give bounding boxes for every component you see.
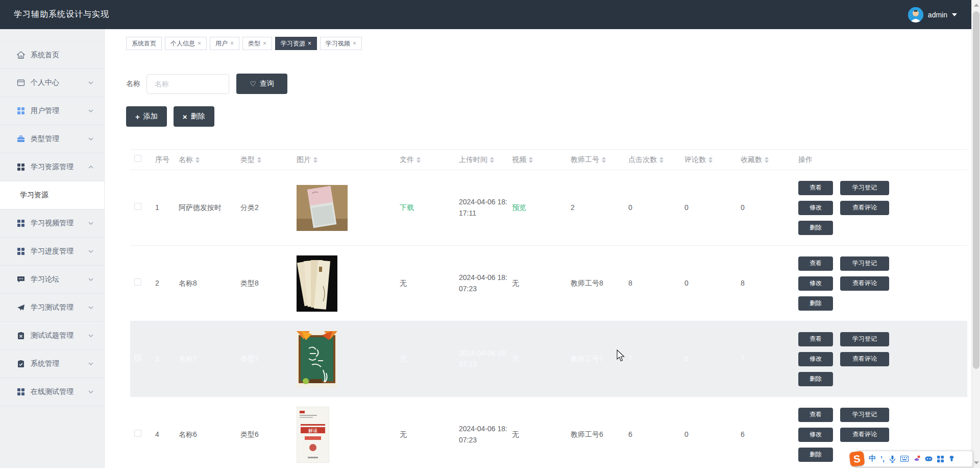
tab-learning-video[interactable]: 学习视频 ×	[320, 37, 362, 50]
sidebar-item-learning-resource-management[interactable]: 学习资源管理	[0, 153, 104, 181]
punctuation-icon[interactable]: ’,	[880, 455, 885, 463]
search-bar: 名称 ♡ 查询	[126, 74, 971, 94]
close-icon[interactable]: ×	[263, 40, 266, 47]
view-button[interactable]: 查看	[798, 408, 833, 422]
sidebar-item-personal-center[interactable]: 个人中心	[0, 69, 104, 97]
view-comments-button[interactable]: 查看评论	[840, 352, 889, 366]
header-name[interactable]: 名称	[179, 154, 240, 166]
study-register-button[interactable]: 学习登记	[840, 332, 889, 346]
tab-user[interactable]: 用户 ×	[210, 37, 239, 50]
sidebar-item-learning-forum[interactable]: 学习论坛	[0, 266, 104, 294]
user-menu[interactable]: admin	[908, 0, 957, 29]
sidebar-subitem-learning-resource[interactable]: 学习资源	[0, 181, 104, 209]
header-id[interactable]: 序号	[155, 154, 179, 166]
tab-personal-info[interactable]: 个人信息 ×	[165, 37, 207, 50]
sort-icon[interactable]	[708, 157, 713, 163]
delete-row-button[interactable]: 删除	[798, 296, 833, 311]
header-image[interactable]: 图片	[297, 154, 400, 166]
skin-icon[interactable]	[913, 455, 920, 462]
view-button[interactable]: 查看	[798, 256, 833, 271]
edit-button[interactable]: 修改	[798, 276, 833, 291]
delete-button[interactable]: × 删除	[174, 106, 214, 127]
resource-image-chalkboard[interactable]	[297, 331, 337, 387]
row-checkbox[interactable]	[134, 278, 141, 286]
delete-button-label: 删除	[191, 112, 205, 121]
sidebar-item-test-question-management[interactable]: 测试试题管理	[0, 322, 104, 350]
scrollbar-thumb[interactable]	[973, 11, 979, 369]
chinese-mode-icon[interactable]: 中	[869, 454, 876, 463]
study-register-button[interactable]: 学习登记	[840, 181, 889, 195]
sidebar-item-user-management[interactable]: 用户管理	[0, 97, 104, 125]
sort-icon[interactable]	[257, 157, 261, 163]
header-favorites[interactable]: 收藏数	[741, 154, 798, 166]
delete-row-button[interactable]: 删除	[798, 372, 833, 386]
sidebar-item-type-management[interactable]: 类型管理	[0, 125, 104, 153]
sidebar-item-system-management[interactable]: 系统管理	[0, 350, 104, 378]
toolbox-grid-icon[interactable]	[937, 456, 944, 462]
header-upload-time[interactable]: 上传时间	[459, 154, 512, 166]
header-clicks[interactable]: 点击次数	[628, 154, 684, 166]
add-button[interactable]: + 添加	[126, 106, 167, 127]
sort-icon[interactable]	[313, 157, 317, 163]
chevron-down-icon	[88, 333, 93, 338]
cell-upload-time: 2024-04-06 18:07:23	[459, 424, 512, 446]
header-type[interactable]: 类型	[240, 154, 297, 166]
sort-icon[interactable]	[490, 157, 494, 163]
header-file[interactable]: 文件	[400, 154, 459, 166]
close-icon[interactable]: ×	[198, 40, 201, 47]
edit-button[interactable]: 修改	[798, 201, 833, 215]
scroll-up-arrow-icon[interactable]	[974, 4, 979, 7]
header-comments[interactable]: 评论数	[684, 154, 741, 166]
view-comments-button[interactable]: 查看评论	[840, 428, 889, 442]
edit-button[interactable]: 修改	[798, 428, 833, 442]
view-comments-button[interactable]: 查看评论	[840, 276, 889, 291]
vertical-scrollbar[interactable]	[971, 0, 980, 468]
view-button[interactable]: 查看	[798, 332, 833, 346]
sogou-logo-icon[interactable]: S	[849, 451, 865, 467]
row-checkbox[interactable]	[134, 354, 141, 361]
sort-icon[interactable]	[659, 157, 664, 163]
row-checkbox[interactable]	[134, 203, 141, 210]
header-teacher-id[interactable]: 教师工号	[571, 154, 628, 166]
microphone-icon[interactable]	[889, 455, 896, 463]
edit-button[interactable]: 修改	[798, 352, 833, 366]
sort-icon[interactable]	[195, 157, 200, 163]
resource-image-books-fan[interactable]	[297, 255, 337, 312]
sort-icon[interactable]	[765, 157, 769, 163]
download-link[interactable]: 下载	[400, 203, 414, 212]
resource-image-textbook[interactable]: 解读	[297, 407, 329, 463]
keyboard-icon[interactable]	[900, 456, 909, 462]
sidebar-item-label: 测试试题管理	[31, 331, 88, 340]
tab-learning-resource[interactable]: 学习资源 ×	[275, 37, 317, 50]
header-video[interactable]: 视频	[512, 154, 571, 166]
study-register-button[interactable]: 学习登记	[840, 256, 889, 271]
close-icon[interactable]: ×	[353, 40, 356, 47]
view-button[interactable]: 查看	[798, 181, 833, 195]
sort-icon[interactable]	[416, 157, 421, 163]
delete-row-button[interactable]: 删除	[798, 448, 833, 462]
view-comments-button[interactable]: 查看评论	[840, 201, 889, 215]
resource-image-book-photo[interactable]	[297, 185, 348, 231]
study-register-button[interactable]: 学习登记	[840, 408, 889, 422]
row-checkbox[interactable]	[134, 430, 141, 437]
tab-home[interactable]: 系统首页	[126, 37, 162, 50]
sort-icon[interactable]	[529, 157, 533, 163]
settings-wrench-icon[interactable]	[948, 455, 955, 462]
avatar[interactable]	[908, 7, 923, 22]
close-icon[interactable]: ×	[230, 40, 234, 47]
sort-icon[interactable]	[602, 157, 606, 163]
emoji-icon[interactable]	[925, 456, 933, 462]
scroll-down-arrow-icon[interactable]	[974, 461, 979, 464]
query-button[interactable]: ♡ 查询	[236, 74, 287, 94]
select-all-checkbox[interactable]	[134, 155, 141, 162]
sidebar-item-home[interactable]: 系统首页	[0, 41, 104, 69]
search-input[interactable]	[146, 74, 229, 94]
sidebar-item-online-test-management[interactable]: 在线测试管理	[0, 378, 104, 406]
sidebar-item-learning-test-management[interactable]: 学习测试管理	[0, 294, 104, 322]
sidebar-item-learning-progress-management[interactable]: 学习进度管理	[0, 238, 104, 266]
sidebar-item-learning-video-management[interactable]: 学习视频管理	[0, 209, 104, 238]
preview-link[interactable]: 预览	[512, 203, 526, 212]
tab-type[interactable]: 类型 ×	[242, 37, 272, 50]
close-icon[interactable]: ×	[308, 40, 311, 47]
delete-row-button[interactable]: 删除	[798, 221, 833, 235]
